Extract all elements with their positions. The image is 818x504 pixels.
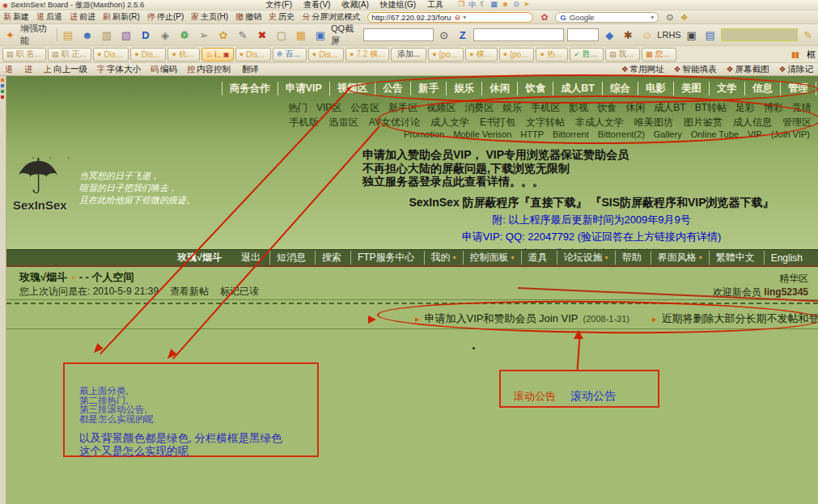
forum-nav-link[interactable]: 成人BT xyxy=(553,82,602,95)
user-nav-link[interactable]: 搜索 xyxy=(315,251,350,265)
url-dropdown-icon[interactable]: ▾ xyxy=(463,14,466,21)
browser-tab[interactable]: ▤ 我... xyxy=(605,48,640,61)
menu-item[interactable]: 快捷组(G) xyxy=(380,0,416,11)
forum-nav-link[interactable]: AV女优讨论 xyxy=(369,116,420,129)
search-box[interactable]: G Google ▾ xyxy=(555,12,659,23)
user-nav-link[interactable]: 论坛设施 ▾ xyxy=(557,251,615,265)
page-tool-button[interactable]: 翻译 xyxy=(240,64,259,75)
toolbar-nav-button[interactable]: 分 分屏浏览模式 xyxy=(302,11,360,23)
page-tool-button[interactable]: 进 xyxy=(24,64,34,75)
browser-tab[interactable]: ▤ 职 正... xyxy=(48,48,91,61)
user-nav-link[interactable]: 退出 xyxy=(235,251,269,265)
browser-tab[interactable]: ● 横... xyxy=(465,48,498,61)
plugin-icon[interactable]: ✎ xyxy=(235,29,250,41)
plugin-icon[interactable]: ✖ xyxy=(255,29,269,41)
titlebar-tool-icon[interactable]: ☻ xyxy=(502,0,509,11)
announcement-link[interactable]: ▸ 近期将删除大部分长期不发帖和登录的会员帐号！！ (2008- xyxy=(652,311,818,326)
browser-tab[interactable]: ● [po... xyxy=(499,48,535,61)
forum-nav-link[interactable]: 图片鉴赏 xyxy=(684,116,723,129)
forum-nav-link[interactable]: 公告 xyxy=(375,82,410,95)
forum-nav-link[interactable]: 文字转帖 xyxy=(526,116,565,129)
titlebar-tool-icon[interactable]: ➤ xyxy=(523,0,530,11)
toolbar-nav-button[interactable]: 退 后退 xyxy=(36,11,62,23)
forum-nav-link[interactable]: Promotion xyxy=(404,129,444,139)
user-nav-link[interactable]: 控制面板 ▾ xyxy=(463,251,521,265)
forum-nav-link[interactable]: 饮食 xyxy=(597,101,617,115)
titlebar-tool-icon[interactable]: ▦ xyxy=(490,0,498,11)
forum-nav-link[interactable]: E书打包 xyxy=(480,116,515,129)
toolbar-nav-button[interactable]: 家 主页(H) xyxy=(191,11,228,23)
forum-nav-link[interactable]: Bittorrent xyxy=(553,129,589,139)
page-tool-button[interactable]: 控 内容控制 xyxy=(187,64,231,75)
vip-qq-line[interactable]: 申请VIP: QQ: 22047792 (验证回答在上方链接内有详情) xyxy=(362,230,818,244)
qq-capture-label[interactable]: QQ截屏 xyxy=(331,23,361,47)
essence-area-link[interactable]: 精华区 xyxy=(779,272,808,286)
browser-tab[interactable]: ● [po... xyxy=(428,48,464,61)
plugin-icon[interactable]: ❁ xyxy=(177,29,192,41)
titlebar-tool-icon[interactable]: ⊙ xyxy=(513,0,519,11)
forum-nav-link[interactable]: 娱乐 xyxy=(446,82,481,95)
forum-nav-link[interactable]: 管理 xyxy=(780,82,816,95)
user-nav-link[interactable]: 界面风格 ▾ xyxy=(651,251,709,265)
page-tool-button[interactable]: ❖ 屏幕截图 xyxy=(727,64,769,75)
forum-nav-link[interactable]: 热门 xyxy=(288,101,307,115)
page-tool-button[interactable]: 上 向上一级 xyxy=(44,64,87,75)
page-tool-button[interactable]: 退 xyxy=(5,64,15,75)
view-new-posts-link[interactable]: 查看新帖 xyxy=(170,285,209,299)
forum-nav-link[interactable]: 手机区 xyxy=(531,101,560,115)
browser-tab[interactable]: ※ 百... xyxy=(273,48,307,61)
user-nav-link[interactable]: 我的 ▾ xyxy=(424,251,463,265)
page-tool-button[interactable]: ❖ 常用网址 xyxy=(621,64,664,75)
browser-tab[interactable]: ● Dis... xyxy=(130,48,166,61)
plugin-icon[interactable]: ☻ xyxy=(80,29,95,41)
plugin-icon[interactable]: ▤ xyxy=(703,29,718,41)
update-note-line[interactable]: 附: 以上程序最后更新时间为2009年9月9号 xyxy=(362,213,818,227)
browser-tab[interactable]: ▤ 职 若... xyxy=(2,48,46,61)
plugin-icon[interactable]: ➢ xyxy=(197,29,211,41)
forum-nav-link[interactable]: 娱乐 xyxy=(502,101,522,115)
browser-tab[interactable]: ● 7.2 横... xyxy=(345,48,389,61)
browser-tab[interactable]: ● 热... xyxy=(536,48,568,61)
mark-read-link[interactable]: 标记已读 xyxy=(220,285,259,299)
forum-nav-link[interactable]: VIP区 xyxy=(316,101,341,115)
menu-item[interactable]: 工具 xyxy=(427,0,443,11)
forum-nav-link[interactable]: 非成人文学 xyxy=(575,116,624,129)
forum-nav-link[interactable]: 电影 xyxy=(638,82,673,95)
forum-nav-link[interactable]: 休闲 xyxy=(625,101,645,115)
plugin-icon[interactable]: ⊙ xyxy=(437,29,451,41)
forum-nav-link[interactable]: Online Tube xyxy=(691,129,739,139)
forum-nav-link[interactable]: 新手 xyxy=(410,82,446,95)
titlebar-tool-icon[interactable]: ❐ xyxy=(458,0,464,11)
announcement-link[interactable]: ▸ 申请加入VIP和赞助会员 Join VIP (2008-1-31) xyxy=(415,311,629,326)
plugin-icon[interactable]: ▣ xyxy=(313,29,328,41)
forum-nav-link[interactable]: 成人文学 xyxy=(430,116,469,129)
plugin-icon[interactable]: Z xyxy=(456,29,470,41)
browser-tab[interactable]: ● Dis... xyxy=(235,48,271,61)
breadcrumb-dropdown-icon[interactable]: ▾ xyxy=(71,273,75,282)
new-member-link[interactable]: ling52345 xyxy=(764,286,808,298)
toolbar-nav-button[interactable]: 史 历史 xyxy=(269,11,295,23)
user-nav-link[interactable]: English xyxy=(764,251,812,265)
forum-nav-link[interactable]: 消费区 xyxy=(464,101,494,115)
user-nav-link[interactable]: 帮助 xyxy=(615,251,651,265)
toolbar-nav-button[interactable]: 停 停止(P) xyxy=(147,11,184,23)
toolbar-nav-button[interactable]: 撤 撤销 xyxy=(235,11,261,23)
forum-nav-link[interactable]: 博彩 xyxy=(764,101,783,115)
forum-nav-link[interactable]: Bittorrent(2) xyxy=(598,129,645,139)
search-dropdown-icon[interactable]: ▾ xyxy=(651,14,654,21)
plugin-input-3[interactable] xyxy=(567,28,599,41)
breadcrumb-board-title[interactable]: 玫瑰√烟斗 xyxy=(19,270,67,285)
titlebar-tool-icon[interactable]: 中 xyxy=(468,0,476,11)
forum-nav-link[interactable]: 足彩 xyxy=(735,101,755,115)
forum-nav-link[interactable]: 迅雷区 xyxy=(329,116,358,129)
forum-nav-link[interactable]: 新手区 xyxy=(388,101,417,115)
browser-tab[interactable]: ● 杭... xyxy=(167,48,200,61)
browser-tab[interactable]: ● Dis... xyxy=(308,48,344,61)
toolbar-nav-button[interactable]: 新 新建 xyxy=(3,11,29,23)
plugin-icon[interactable]: ▧ xyxy=(119,29,134,41)
forum-nav-link[interactable]: 影视 xyxy=(569,101,588,115)
menu-item[interactable]: 收藏(A) xyxy=(341,0,368,11)
search-go-icon[interactable]: ⊙ xyxy=(666,12,673,23)
forum-nav-link[interactable]: BT转帖 xyxy=(695,101,727,115)
plugin-input-4[interactable] xyxy=(721,28,798,41)
